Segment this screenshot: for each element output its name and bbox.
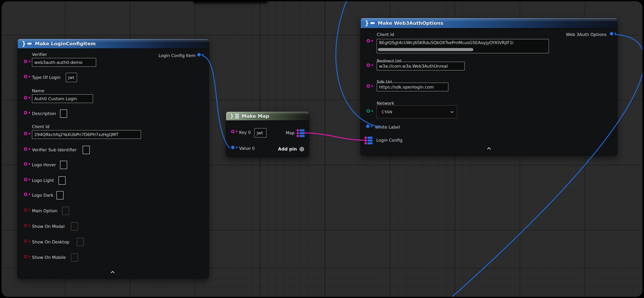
make-map-icon: }: [230, 114, 239, 119]
node-title: Make LoginConfigItem: [35, 41, 96, 46]
pin-label-white-label: White Label: [375, 124, 400, 130]
pin-value0[interactable]: [231, 146, 234, 149]
add-pin-plus-icon: ⊕: [299, 146, 304, 152]
pin-label-show-on-modal: Show On Modal: [32, 224, 64, 229]
redirect-url-field[interactable]: w3a://com.w3a.Web3AuthUnreal: [377, 62, 465, 70]
main-option-checkbox[interactable]: [62, 207, 69, 215]
key0-field[interactable]: jwt: [254, 128, 266, 138]
node-header[interactable]: } Make Web3AuthOptions: [361, 18, 617, 28]
verifier-sub-identifier-field[interactable]: [82, 146, 90, 154]
pin-label-type-of-login: Type Of Login: [32, 75, 60, 80]
pin-label-login-config: Login Config: [376, 138, 402, 143]
pin-verifier[interactable]: [24, 60, 27, 63]
logo-light-field[interactable]: [58, 176, 66, 185]
sdk-url-field[interactable]: https://sdk.openlogin.com: [377, 82, 448, 91]
offscreen-node-edge: [193, 1, 267, 3]
pin-redirect-url[interactable]: [366, 64, 370, 67]
pin-show-on-mobile[interactable]: [24, 255, 27, 258]
make-struct-icon: }: [22, 40, 32, 47]
pin-label-logo-dark: Logo Dark: [32, 193, 53, 198]
show-on-desktop-checkbox[interactable]: [77, 238, 84, 246]
collapse-chevron-icon[interactable]: [111, 271, 114, 274]
pin-main-option[interactable]: [24, 208, 27, 212]
node-title: Make Map: [242, 113, 269, 119]
pin-label-logo-light: Logo Light: [32, 178, 54, 183]
pin-verifier-sub-identifier[interactable]: [24, 147, 27, 151]
verifier-field[interactable]: web3auth-auth0-demo: [32, 58, 96, 67]
pin-label-client-id: Client Id: [32, 124, 50, 129]
description-field[interactable]: [60, 110, 67, 118]
node-header[interactable]: } Make Map: [226, 112, 309, 120]
network-dropdown-value: CYAN: [382, 110, 392, 114]
pin-label-name: Name: [32, 88, 44, 94]
pin-label-key0: Key 0: [239, 130, 251, 135]
output-pin-web3auth-options[interactable]: [610, 32, 613, 36]
pin-show-on-desktop[interactable]: [24, 240, 27, 243]
pin-show-on-modal[interactable]: [24, 224, 27, 227]
output-pin-map[interactable]: [297, 129, 304, 137]
pin-label-network: Network: [377, 101, 394, 106]
pin-client-id[interactable]: [366, 39, 370, 42]
output-pin-label: Map: [286, 130, 294, 136]
client-id-field[interactable]: BEglQSgt4cUWcj6SKRdu5QkOXTsePmMcusG5EAoy…: [377, 39, 549, 53]
pin-label-verifier-sub-identifier: Verifier Sub Identifier: [32, 147, 77, 152]
network-dropdown[interactable]: CYAN: [377, 105, 457, 118]
add-pin-label: Add pin: [278, 146, 297, 152]
node-header[interactable]: } Make LoginConfigItem: [18, 39, 209, 48]
pin-description[interactable]: [24, 111, 27, 114]
node-title: Make Web3AuthOptions: [378, 20, 443, 26]
blueprint-graph-canvas[interactable]: } Make LoginConfigItem Login Config Item…: [2, 1, 642, 297]
pin-label-show-on-mobile: Show On Mobile: [32, 255, 66, 260]
output-pin-label: Web 3Auth Options: [566, 32, 606, 37]
pin-logo-hover[interactable]: [24, 162, 27, 166]
client-id-field[interactable]: 294QRkchfq2YaXUbPri7D6PH7xzHgQMT: [32, 130, 141, 139]
output-pin-label: Login Config Item: [158, 53, 196, 58]
collapse-chevron-icon[interactable]: [487, 147, 491, 151]
pin-label-description: Description: [32, 111, 56, 116]
pin-sdk-url[interactable]: [366, 84, 370, 88]
make-struct-icon: }: [365, 20, 375, 26]
client-id-scrollbar[interactable]: [378, 48, 473, 51]
add-pin-button[interactable]: Add pin ⊕: [278, 146, 304, 152]
pin-login-config[interactable]: [365, 137, 372, 144]
output-pin-login-config-item[interactable]: [197, 53, 201, 56]
blueprint-graph-frame: } Make LoginConfigItem Login Config Item…: [2, 1, 642, 297]
pin-name[interactable]: [24, 96, 27, 100]
show-on-mobile-checkbox[interactable]: [71, 253, 78, 262]
pin-logo-light[interactable]: [24, 178, 27, 181]
type-of-login-field[interactable]: jwt: [66, 73, 77, 82]
pin-white-label[interactable]: [366, 124, 370, 128]
pin-label-client-id: Client Id: [377, 32, 394, 37]
node-make-map[interactable]: } Make Map Key 0 jwt Map Value 0 Add pin…: [226, 112, 309, 157]
name-field[interactable]: Auth0 Custom Login: [32, 94, 93, 103]
pin-key0[interactable]: [231, 130, 234, 133]
show-on-modal-checkbox[interactable]: [71, 222, 78, 231]
chevron-down-icon: [450, 110, 454, 113]
pin-client-id[interactable]: [24, 132, 27, 135]
node-make-loginconfigitem[interactable]: } Make LoginConfigItem Login Config Item…: [18, 39, 209, 278]
wire-map-to-loginconfig[interactable]: [304, 133, 366, 140]
pin-logo-dark[interactable]: [24, 193, 27, 196]
pin-label-verifier: Verifier: [32, 52, 47, 57]
pin-type-of-login[interactable]: [24, 75, 27, 78]
logo-hover-field[interactable]: [60, 161, 67, 169]
logo-dark-field[interactable]: [56, 191, 64, 200]
pin-network[interactable]: [366, 109, 370, 113]
node-make-web3authoptions[interactable]: } Make Web3AuthOptions Client Id BEglQSg…: [361, 18, 617, 155]
pin-label-main-option: Main Option: [32, 208, 57, 214]
pin-label-value0: Value 0: [239, 146, 255, 151]
pin-label-show-on-desktop: Show On Desktop: [32, 240, 69, 245]
pin-label-logo-hover: Logo Hover: [32, 162, 56, 168]
